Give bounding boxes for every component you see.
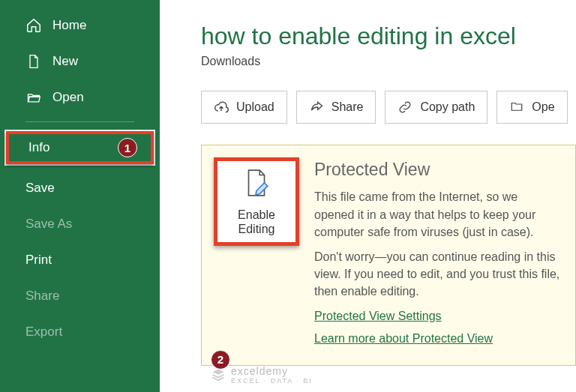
- nav-home[interactable]: Home: [0, 7, 160, 43]
- info-toolbar: Upload Share Copy path Ope: [201, 91, 576, 124]
- folder-icon: [509, 100, 524, 115]
- nav-label: Open: [52, 90, 84, 105]
- protected-view-p1: This file came from the Internet, so we …: [314, 188, 560, 241]
- nav-label: New: [52, 54, 78, 69]
- file-location: Downloads: [201, 55, 576, 68]
- protected-view-learn-link[interactable]: Learn more about Protected View: [314, 330, 493, 347]
- nav-info-highlight: Info 1: [4, 130, 155, 166]
- nav-share: Share: [0, 278, 160, 314]
- button-label: Upload: [236, 100, 274, 114]
- button-label: Share: [332, 100, 364, 114]
- copy-path-button[interactable]: Copy path: [385, 91, 488, 124]
- nav-label: Save As: [26, 217, 72, 232]
- watermark-tag: EXCEL · DATA · BI: [231, 377, 313, 385]
- protected-view-heading: Protected View: [314, 157, 560, 182]
- button-label: Enable Editing: [230, 208, 283, 236]
- nav-label: Share: [26, 289, 59, 304]
- nav-label: Home: [52, 18, 86, 33]
- nav-save-as: Save As: [0, 206, 160, 242]
- button-label: Copy path: [420, 100, 475, 114]
- share-icon: [309, 100, 324, 115]
- link-icon: [398, 100, 412, 115]
- callout-badge-2: 2: [211, 350, 230, 370]
- nav-export: Export: [0, 314, 160, 350]
- nav-open[interactable]: Open: [0, 79, 160, 115]
- open-location-button[interactable]: Ope: [496, 91, 567, 124]
- nav-label: Export: [26, 325, 62, 340]
- cloud-upload-icon: [214, 100, 229, 115]
- folder-open-icon: [26, 89, 42, 106]
- nav-save[interactable]: Save: [0, 170, 160, 206]
- watermark-brand: exceldemy: [231, 365, 288, 377]
- nav-label: Save: [26, 181, 55, 196]
- callout-badge-1: 1: [118, 138, 137, 157]
- page-title: how to enable editing in excel: [201, 22, 576, 50]
- protected-view-text: Protected View This file came from the I…: [314, 157, 560, 352]
- backstage-sidebar: Home New Open Info 1 Save Save As Print …: [0, 0, 160, 392]
- main-content: how to enable editing in excel Downloads…: [160, 0, 576, 392]
- file-icon: [26, 53, 42, 70]
- protected-view-settings-link[interactable]: Protected View Settings: [314, 307, 442, 325]
- share-button[interactable]: Share: [296, 91, 376, 124]
- protected-view-p2: Don't worry—you can continue reading in …: [314, 248, 560, 301]
- enable-editing-container: Enable Editing 2: [214, 157, 299, 352]
- protected-view-panel: Enable Editing 2 Protected View This fil…: [201, 145, 576, 366]
- enable-editing-button[interactable]: Enable Editing: [214, 157, 299, 246]
- button-label: Ope: [532, 100, 554, 114]
- nav-divider: [26, 121, 134, 122]
- nav-print[interactable]: Print: [0, 242, 160, 278]
- nav-label: Info: [28, 140, 50, 155]
- nav-label: Print: [26, 253, 52, 268]
- home-icon: [26, 17, 42, 34]
- nav-new[interactable]: New: [0, 43, 160, 79]
- upload-button[interactable]: Upload: [201, 91, 287, 124]
- document-edit-icon: [241, 167, 272, 202]
